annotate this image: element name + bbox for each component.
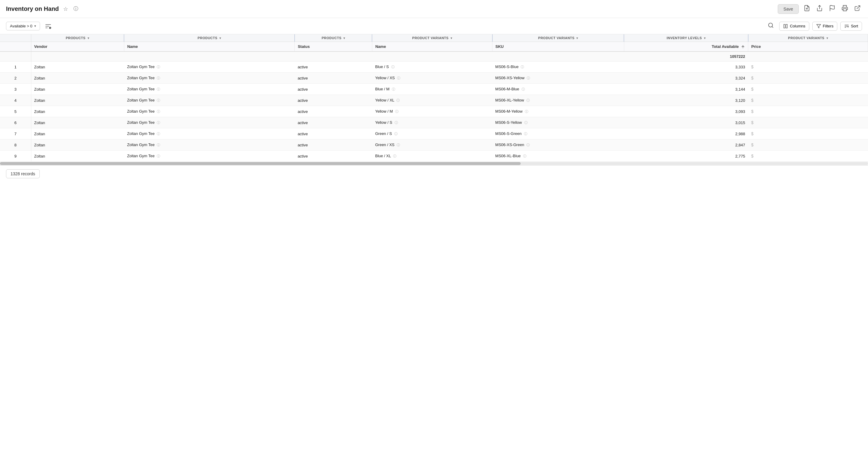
external-link-button[interactable] <box>853 4 862 14</box>
cell-vendor: Zoltan <box>31 106 124 117</box>
cell-name: Zoltan Gym Tee ⓘ <box>124 95 294 106</box>
col-group-status[interactable]: PRODUCTS ▾ <box>294 34 372 42</box>
svg-rect-15 <box>786 24 788 28</box>
sku-info-icon[interactable]: ⓘ <box>525 110 528 113</box>
toolbar: Available > 0 ▾ Columns <box>0 18 868 34</box>
sku-info-icon[interactable]: ⓘ <box>526 143 530 147</box>
table-row[interactable]: 4 Zoltan Zoltan Gym Tee ⓘ active Yellow … <box>0 95 868 106</box>
col-variant-name[interactable]: Name <box>372 42 492 52</box>
table-row[interactable]: 3 Zoltan Zoltan Gym Tee ⓘ active Blue / … <box>0 84 868 95</box>
save-button[interactable]: Save <box>778 4 799 14</box>
name-info-icon[interactable]: ⓘ <box>157 154 160 158</box>
filter-chip-label: Available > 0 <box>10 24 32 28</box>
cell-variant-name: Blue / M ⓘ <box>372 84 492 95</box>
col-name[interactable]: Name <box>124 42 294 52</box>
col-vendor-label: Vendor <box>34 44 48 49</box>
col-status[interactable]: Status <box>294 42 372 52</box>
variant-name-info-icon[interactable]: ⓘ <box>397 76 400 80</box>
sku-info-icon[interactable]: ⓘ <box>527 76 530 80</box>
cell-total-available: 2,988 <box>624 128 748 139</box>
sku-info-icon[interactable]: ⓘ <box>521 65 524 69</box>
table-row[interactable]: 6 Zoltan Zoltan Gym Tee ⓘ active Yellow … <box>0 117 868 128</box>
columns-button[interactable]: Columns <box>779 22 809 31</box>
variant-name-info-icon[interactable]: ⓘ <box>393 154 396 158</box>
col-group-header-row: PRODUCTS ▾ PRODUCTS ▾ PRODUCTS ▾ PRODUCT… <box>0 34 868 42</box>
name-info-icon[interactable]: ⓘ <box>157 99 160 102</box>
cell-vendor: Zoltan <box>31 84 124 95</box>
cell-variant-name: Yellow / S ⓘ <box>372 117 492 128</box>
filter-chip[interactable]: Available > 0 ▾ <box>6 22 40 30</box>
inventory-table: PRODUCTS ▾ PRODUCTS ▾ PRODUCTS ▾ PRODUCT… <box>0 34 868 165</box>
svg-rect-14 <box>784 24 785 28</box>
name-info-icon[interactable]: ⓘ <box>157 143 160 147</box>
cell-rownum: 5 <box>0 106 31 117</box>
sku-info-icon[interactable]: ⓘ <box>526 99 530 102</box>
cell-sku: MS06-S-Blue ⓘ <box>492 61 624 73</box>
name-info-icon[interactable]: ⓘ <box>157 65 160 69</box>
col-group-inventory-label: INVENTORY LEVELS <box>666 36 702 40</box>
scrollbar-track[interactable] <box>0 162 868 165</box>
cell-rownum: 9 <box>0 150 31 162</box>
cell-variant-name: Blue / S ⓘ <box>372 61 492 73</box>
new-doc-icon <box>804 5 810 13</box>
toolbar-right: Columns Filters Sort <box>765 21 862 31</box>
col-group-products-3-label: PRODUCTS <box>322 36 342 40</box>
col-group-vendor[interactable]: PRODUCTS ▾ <box>31 34 124 42</box>
table-row[interactable]: 7 Zoltan Zoltan Gym Tee ⓘ active Green /… <box>0 128 868 139</box>
name-info-icon[interactable]: ⓘ <box>157 87 160 91</box>
cell-vendor: Zoltan <box>31 150 124 162</box>
variant-name-info-icon[interactable]: ⓘ <box>397 143 400 147</box>
cell-rownum: 7 <box>0 128 31 139</box>
add-filter-button[interactable] <box>42 22 54 31</box>
col-group-name[interactable]: PRODUCTS ▾ <box>124 34 294 42</box>
col-group-price[interactable]: PRODUCT VARIANTS ▾ <box>748 34 868 42</box>
cell-status: active <box>294 106 372 117</box>
table-row[interactable]: 5 Zoltan Zoltan Gym Tee ⓘ active Yellow … <box>0 106 868 117</box>
summary-rownum <box>0 52 31 61</box>
name-info-icon[interactable]: ⓘ <box>157 76 160 80</box>
col-total-available[interactable]: Total Available <box>624 42 748 52</box>
sku-info-icon[interactable]: ⓘ <box>522 87 525 91</box>
table-row[interactable]: 1 Zoltan Zoltan Gym Tee ⓘ active Blue / … <box>0 61 868 73</box>
name-info-icon[interactable]: ⓘ <box>157 132 160 136</box>
table-row[interactable]: 2 Zoltan Zoltan Gym Tee ⓘ active Yellow … <box>0 73 868 84</box>
star-icon: ☆ <box>63 6 68 12</box>
scrollbar-thumb[interactable] <box>0 162 521 165</box>
col-group-variant-name[interactable]: PRODUCT VARIANTS ▾ <box>372 34 492 42</box>
search-button[interactable] <box>765 21 776 31</box>
variant-name-info-icon[interactable]: ⓘ <box>391 65 395 69</box>
table-row[interactable]: 9 Zoltan Zoltan Gym Tee ⓘ active Blue / … <box>0 150 868 162</box>
variant-name-info-icon[interactable]: ⓘ <box>395 121 398 124</box>
cell-status: active <box>294 95 372 106</box>
col-group-products-3-arrow: ▾ <box>343 36 345 40</box>
col-group-total-available[interactable]: INVENTORY LEVELS ▾ <box>624 34 748 42</box>
sku-info-icon[interactable]: ⓘ <box>524 132 527 136</box>
print-button[interactable] <box>840 4 849 14</box>
cell-name: Zoltan Gym Tee ⓘ <box>124 117 294 128</box>
col-name-label: Name <box>127 44 138 49</box>
report-button[interactable] <box>828 4 837 14</box>
table-row[interactable]: 8 Zoltan Zoltan Gym Tee ⓘ active Green /… <box>0 139 868 150</box>
variant-name-info-icon[interactable]: ⓘ <box>394 132 398 136</box>
sku-info-icon[interactable]: ⓘ <box>523 154 526 158</box>
name-info-icon[interactable]: ⓘ <box>157 110 160 113</box>
info-button[interactable]: ⓘ <box>72 4 80 13</box>
variant-name-info-icon[interactable]: ⓘ <box>396 99 400 102</box>
col-sku[interactable]: SKU <box>492 42 624 52</box>
name-info-icon[interactable]: ⓘ <box>157 121 160 124</box>
cell-status: active <box>294 73 372 84</box>
svg-line-13 <box>772 27 773 28</box>
share-button[interactable] <box>815 4 824 14</box>
col-total-available-label: Total Available <box>712 44 739 49</box>
new-doc-button[interactable] <box>802 4 811 14</box>
summary-name <box>124 52 294 61</box>
col-group-sku[interactable]: PRODUCT VARIANTS ▾ <box>492 34 624 42</box>
col-price[interactable]: Price <box>748 42 868 52</box>
filters-button[interactable]: Filters <box>812 22 837 31</box>
variant-name-info-icon[interactable]: ⓘ <box>395 110 399 113</box>
star-button[interactable]: ☆ <box>62 4 69 13</box>
col-vendor[interactable]: Vendor <box>31 42 124 52</box>
sort-button[interactable]: Sort <box>840 22 862 31</box>
variant-name-info-icon[interactable]: ⓘ <box>392 87 395 91</box>
sku-info-icon[interactable]: ⓘ <box>524 121 528 124</box>
